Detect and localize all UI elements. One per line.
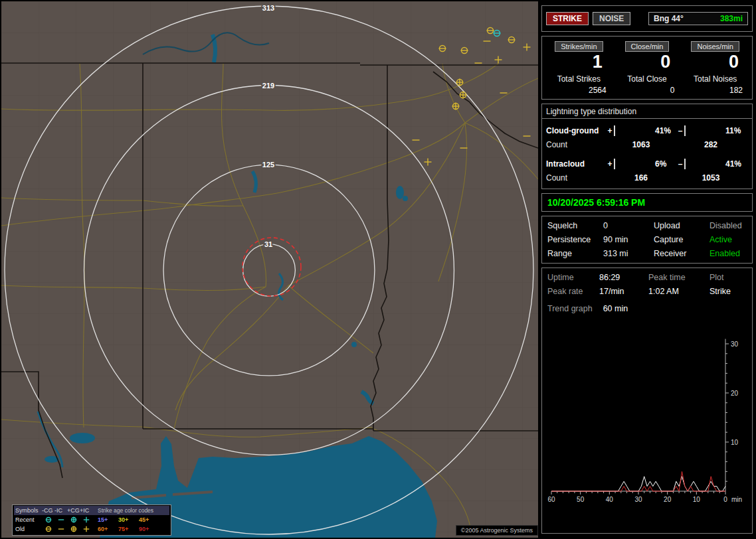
cloud-ground-count-row: Count 1063 282 — [546, 138, 748, 151]
noises-per-min-chip[interactable]: Noises/min — [691, 41, 739, 52]
svg-text:313: 313 — [262, 4, 274, 12]
close-per-min-chip[interactable]: Close/min — [625, 41, 670, 52]
distribution-section: Lightning type distribution Cloud-ground… — [541, 104, 753, 189]
capture-status: Active — [709, 235, 747, 244]
peak-rate-value: 17/min — [599, 287, 648, 296]
legend-col-ic-neg: -IC — [54, 507, 67, 514]
range-label: Range — [547, 249, 603, 258]
trend-graph-label: Trend graph — [547, 304, 593, 313]
settings-section: Squelch 0 Upload Disabled Persistence 90… — [541, 216, 753, 264]
status-grid: Uptime 86:29 Peak time Plot Peak rate 17… — [547, 273, 747, 296]
app-window: 31321912531 Symbols -CG -IC +CG +IC Stri… — [0, 0, 756, 539]
close-per-min-value: 0 — [613, 52, 682, 72]
legend-symbol-old-cg-neg-icon — [42, 525, 54, 533]
strikes-per-min-chip[interactable]: Strikes/min — [555, 41, 603, 52]
strike-noise-bar: STRIKE NOISE Bng 44° 383mi — [541, 5, 753, 32]
intracloud-label: Intracloud — [546, 159, 606, 169]
svg-text:20: 20 — [664, 496, 672, 503]
bearing-label: Bng 44° — [654, 14, 684, 23]
legend-age-30: 30+ — [118, 516, 139, 523]
svg-text:40: 40 — [606, 496, 614, 503]
cloud-ground-label: Cloud-ground — [546, 126, 606, 135]
receiver-status: Enabled — [709, 249, 747, 258]
legend-symbol-recent-cg-pos-icon — [67, 516, 80, 524]
legend-col-cg-neg: -CG — [42, 507, 54, 514]
persistence-label: Persistence — [547, 235, 603, 244]
noise-button[interactable]: NOISE — [593, 12, 630, 25]
legend-age-75: 75+ — [118, 526, 139, 532]
legend-symbol-recent-cg-neg-icon — [42, 516, 54, 524]
plus-sign: + — [606, 159, 614, 169]
legend-symbol-old-cg-pos-icon — [67, 525, 80, 533]
strike-button[interactable]: STRIKE — [546, 12, 589, 25]
legend-row-recent: Recent 15+ 30+ 45+ — [14, 515, 169, 524]
svg-text:30: 30 — [731, 341, 739, 348]
cg-neg-bar — [684, 125, 686, 136]
total-close-value: 0 — [613, 86, 682, 95]
cg-neg-count: 282 — [676, 140, 745, 149]
total-noises-value: 182 — [681, 86, 749, 95]
ic-neg-count: 1053 — [676, 173, 745, 183]
legend-age-15: 15+ — [98, 516, 118, 523]
ic-neg-bar — [684, 159, 686, 169]
plot-label: Plot — [709, 273, 747, 282]
legend-col-cg-pos: +CG — [67, 507, 80, 514]
status-trend-section: Uptime 86:29 Peak time Plot Peak rate 17… — [541, 268, 753, 534]
legend-age-90: 90+ — [139, 526, 159, 532]
total-noises-label: Total Noises — [681, 74, 749, 84]
side-panel: STRIKE NOISE Bng 44° 383mi Strikes/min C… — [539, 1, 755, 538]
cloud-ground-row: Cloud-ground + 41% – 11% — [546, 123, 748, 138]
plot-value: Strike — [709, 287, 747, 296]
receiver-label: Receiver — [654, 249, 709, 258]
noises-per-min-value: 0 — [681, 52, 749, 72]
strikes-per-min-value: 1 — [545, 52, 613, 72]
uptime-value: 86:29 — [599, 273, 648, 282]
total-strikes-label: Total Strikes — [545, 74, 613, 84]
legend-symbols-title: Symbols — [14, 507, 42, 514]
intracloud-row: Intracloud + 6% – 41% — [546, 157, 748, 171]
minus-sign: – — [676, 159, 684, 169]
totals-label-row: Total Strikes Total Close Total Noises — [545, 72, 749, 84]
bearing-box: Bng 44° 383mi — [648, 12, 748, 25]
svg-text:31: 31 — [264, 240, 272, 248]
distribution-title: Lightning type distribution — [542, 104, 752, 119]
trend-window-value: 60 min — [603, 304, 628, 313]
intracloud-count-row: Count 166 1053 — [546, 171, 748, 185]
peak-time-value: 1:02 AM — [648, 287, 709, 296]
cg-neg-percent: 11% — [723, 126, 745, 135]
map-canvas[interactable]: 31321912531 — [1, 1, 538, 538]
svg-text:60: 60 — [547, 496, 555, 503]
persistence-value: 90 min — [603, 235, 654, 244]
svg-text:10: 10 — [693, 496, 701, 503]
legend-row-old: Old 60+ 75+ 90+ — [14, 524, 169, 534]
upload-status: Disabled — [709, 221, 747, 230]
rate-stats-section: Strikes/min Close/min Noises/min 1 0 0 T… — [541, 36, 753, 100]
peak-rate-label: Peak rate — [547, 287, 599, 296]
svg-text:30: 30 — [634, 496, 642, 503]
legend-header: Symbols -CG -IC +CG +IC Strike age color… — [14, 506, 169, 515]
legend-age-45: 45+ — [139, 516, 159, 523]
bearing-range: 383mi — [720, 14, 743, 23]
legend-age-title: Strike age color codes — [98, 507, 159, 514]
cg-pos-count: 1063 — [606, 140, 676, 149]
datetime-section: 10/20/2025 6:59:16 PM — [541, 193, 753, 212]
capture-label: Capture — [654, 235, 709, 244]
ic-pos-bar — [614, 159, 615, 169]
copyright: ©2005 Astrogenic Systems — [456, 525, 538, 536]
ic-pos-percent: 6% — [652, 159, 676, 169]
trend-graph-row: Trend graph 60 min — [547, 304, 747, 313]
count-label: Count — [546, 173, 606, 183]
map[interactable]: 31321912531 Symbols -CG -IC +CG +IC Stri… — [1, 1, 538, 538]
legend-col-ic-pos: +IC — [80, 507, 92, 514]
legend-symbol-old-ic-pos-icon — [80, 525, 92, 533]
legend-age-60: 60+ — [98, 526, 118, 532]
squelch-label: Squelch — [547, 221, 603, 230]
cg-pos-bar — [614, 125, 615, 136]
map-legend: Symbols -CG -IC +CG +IC Strike age color… — [12, 504, 171, 536]
range-value: 313 mi — [603, 249, 654, 258]
peak-time-label: Peak time — [648, 273, 709, 282]
legend-recent-label: Recent — [14, 516, 42, 523]
ic-pos-count: 166 — [606, 173, 676, 183]
legend-symbol-old-ic-neg-icon — [54, 525, 67, 533]
squelch-value: 0 — [603, 221, 654, 230]
